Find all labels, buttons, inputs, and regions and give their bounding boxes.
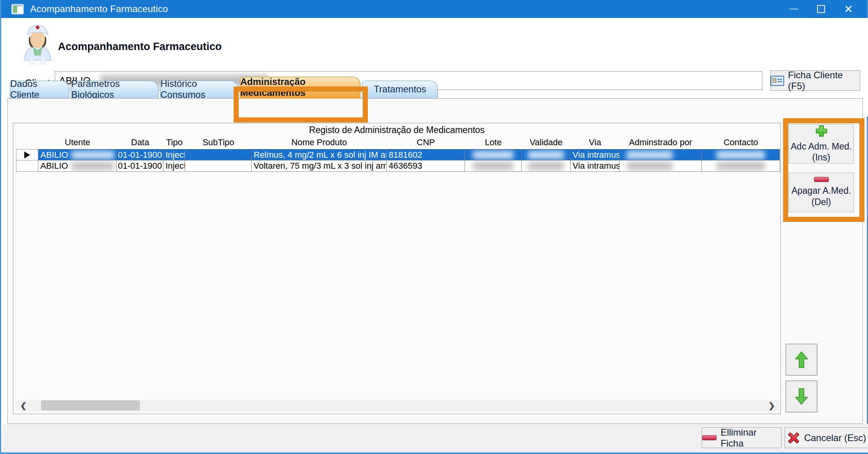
red-x-icon (787, 431, 800, 445)
adc-adm-med-button[interactable]: Adc Adm. Med. (Ins) (789, 124, 854, 164)
redacted-adminstrado (627, 151, 673, 159)
tab-label: Dados Cliente (10, 78, 69, 100)
grid-title: Registo de Administração de Medicamentos (13, 125, 780, 135)
cell-utente: ABILIO (38, 149, 117, 160)
cell-data: 01-01-1900 (117, 149, 164, 160)
window-title: Acompanhamento Farmaceutico (30, 4, 168, 14)
cancelar-label: Cancelar (Esc) (804, 432, 866, 443)
cell-via: Via intramusc (571, 160, 619, 172)
tab-strip: Dados Cliente Parâmetros Biológicos Hist… (1, 77, 867, 99)
tab-label: Administração Medicamentos (240, 76, 360, 98)
horizontal-scrollbar[interactable]: ❮ ❯ (16, 400, 779, 411)
tab-label: Histórico Consumos (160, 78, 238, 100)
red-minus-icon (814, 177, 829, 182)
redacted-contacto (717, 151, 765, 159)
tab-historico-consumos[interactable]: Histórico Consumos (160, 81, 238, 99)
grid-header-row: Utente Data Tipo SubTipo Nome Produto CN… (16, 135, 780, 149)
cell-adminstrado-por (619, 160, 702, 172)
red-minus-icon (702, 435, 717, 440)
cell-tipo: Injectá (164, 160, 185, 172)
scroll-right-button[interactable]: ❯ (764, 400, 779, 411)
table-row[interactable]: ABILIO 01-01-1900 Injectá Relmus, 4 mg/2… (16, 149, 780, 160)
scrollbar-thumb[interactable] (41, 400, 140, 411)
column-header-adminstrado-por[interactable]: Adminstrado por (619, 137, 702, 148)
column-header-contacto[interactable]: Contacto (702, 137, 780, 148)
tab-administracao-medicamentos[interactable]: Administração Medicamentos (240, 77, 360, 99)
redacted-lote (473, 162, 513, 170)
green-down-arrow-icon (795, 388, 808, 405)
redacted-contacto (717, 162, 765, 170)
cancelar-button[interactable]: Cancelar (Esc) (785, 427, 868, 448)
apagar-amed-label-2: (Del) (812, 196, 831, 208)
current-row-marker (16, 149, 38, 160)
app-window: Acompanhamento Farmaceutico ✕ Acompanham… (0, 0, 868, 454)
elliminar-ficha-button[interactable]: Elliminar Ficha (702, 427, 782, 448)
column-header-utente[interactable]: Utente (38, 137, 117, 148)
cell-lote (465, 149, 522, 160)
redacted-validade (528, 151, 564, 159)
cell-cnp: 8181602 (387, 149, 465, 160)
cell-via: Via intramusc (571, 149, 619, 160)
page-title: Acompanhamento Farmaceutico (58, 41, 222, 53)
minimize-button[interactable] (780, 0, 807, 18)
apagar-amed-button[interactable]: Apagar A.Med. (Del) (789, 173, 854, 212)
adc-adm-med-label-1: Adc Adm. Med. (791, 141, 852, 152)
redacted-validade (528, 162, 564, 170)
move-up-button[interactable] (785, 344, 818, 376)
tab-dados-cliente[interactable]: Dados Cliente (10, 81, 69, 99)
apagar-amed-label-1: Apagar A.Med. (791, 185, 851, 196)
app-icon (11, 4, 24, 14)
green-up-arrow-icon (795, 351, 808, 368)
row-marker-triangle (24, 151, 30, 159)
medication-grid: Utente Data Tipo SubTipo Nome Produto CN… (16, 135, 780, 172)
green-plus-icon (814, 124, 829, 138)
column-header-tipo[interactable]: Tipo (164, 137, 185, 148)
maximize-button[interactable] (807, 0, 835, 18)
cell-data: 01-01-1900 (117, 160, 164, 172)
cell-lote (465, 160, 522, 172)
cell-tipo: Injectá (164, 149, 185, 160)
column-header-via[interactable]: Via (571, 137, 619, 148)
tab-tratamentos[interactable]: Tratamentos (362, 81, 438, 99)
redacted-utente-surname (71, 151, 114, 159)
close-button[interactable]: ✕ (835, 0, 862, 18)
cell-adminstrado-por (619, 149, 702, 160)
cell-utente: ABILIO (38, 160, 117, 172)
redacted-lote (473, 151, 513, 159)
column-header-lote[interactable]: Lote (465, 137, 522, 148)
cell-subtipo (185, 160, 252, 172)
cell-cnp: 4636593 (387, 160, 465, 172)
tab-parametros-biologicos[interactable]: Parâmetros Biológicos (71, 81, 158, 99)
cell-subtipo (185, 149, 252, 160)
column-header-data[interactable]: Data (117, 137, 164, 148)
tab-label: Parâmetros Biológicos (71, 78, 158, 100)
column-header-validade[interactable]: Validade (522, 137, 571, 148)
column-header-subtipo[interactable]: SubTipo (185, 137, 252, 148)
cell-nome-produto: Relmus, 4 mg/2 mL x 6 sol inj IM ar (252, 149, 387, 160)
medication-grid-panel: Registo de Administração de Medicamentos… (13, 123, 781, 414)
scroll-left-button[interactable]: ❮ (16, 400, 31, 411)
table-row[interactable]: ABILIO 01-01-1900 Injectá Voltaren, 75 m… (16, 160, 780, 172)
footer-bar: Elliminar Ficha Cancelar (Esc) (2, 424, 868, 452)
redacted-adminstrado (627, 162, 673, 170)
tab-label: Tratamentos (374, 84, 426, 95)
row-header-cell (16, 160, 38, 172)
redacted-utente-surname (71, 162, 114, 170)
column-header-nome-produto[interactable]: Nome Produto (252, 137, 387, 148)
move-down-button[interactable] (785, 380, 818, 413)
elliminar-ficha-label: Elliminar Ficha (720, 427, 781, 449)
cell-nome-produto: Voltaren, 75 mg/3 mL x 3 sol inj am (252, 160, 387, 172)
adc-adm-med-label-2: (Ins) (812, 152, 830, 163)
nurse-avatar-icon (17, 23, 58, 65)
column-header-cnp[interactable]: CNP (387, 137, 465, 148)
cell-contacto (702, 160, 780, 172)
cell-validade (522, 160, 571, 172)
title-bar: Acompanhamento Farmaceutico ✕ (1, 0, 867, 18)
cell-validade (522, 149, 571, 160)
cell-contacto (702, 149, 780, 160)
